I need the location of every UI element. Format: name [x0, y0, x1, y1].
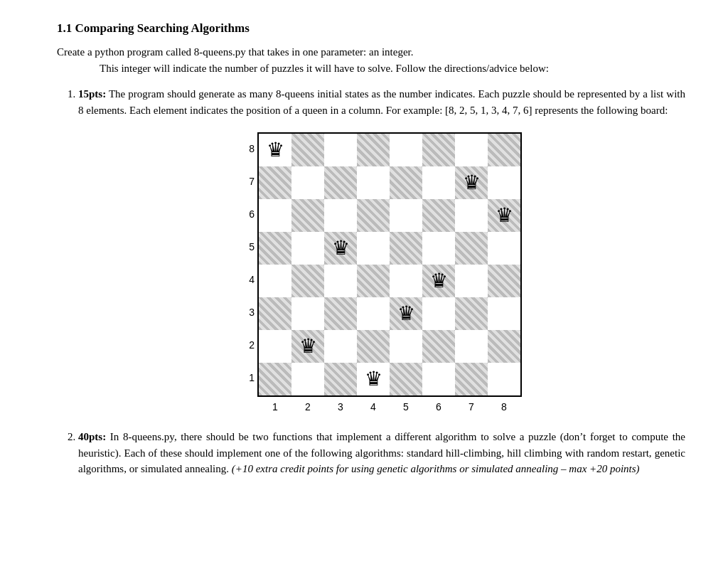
- board-cell: [455, 330, 488, 363]
- list-item-2: 40pts: In 8-queens.py, there should be t…: [78, 429, 685, 477]
- row-label: 4: [242, 263, 255, 296]
- board-with-labels: 87654321 ♛♛♛♛♛♛♛♛: [242, 132, 522, 397]
- board-cell: [455, 199, 488, 232]
- board-cell: [324, 363, 357, 395]
- intro-paragraph: Create a python program called 8-queens.…: [57, 44, 685, 76]
- board-cell: ♛: [455, 166, 488, 199]
- chess-diagram: 87654321 ♛♛♛♛♛♛♛♛ 12345678: [78, 132, 685, 415]
- chess-board: ♛♛♛♛♛♛♛♛: [257, 132, 522, 397]
- board-cell: [422, 363, 455, 395]
- board-cell: ♛: [390, 297, 422, 330]
- board-cell: [357, 265, 390, 297]
- board-cell: [259, 330, 291, 363]
- board-cell: [259, 297, 291, 330]
- queen-piece: ♛: [397, 304, 415, 324]
- board-cell: [291, 199, 324, 232]
- board-cell: ♛: [291, 330, 324, 363]
- item1-text: The program should generate as many 8-qu…: [78, 88, 685, 116]
- board-cell: [357, 134, 390, 166]
- col-label: 5: [390, 400, 422, 415]
- intro-line1: Create a python program called 8-queens.…: [57, 46, 413, 58]
- row-label: 7: [242, 165, 255, 198]
- board-cell: [390, 363, 422, 395]
- board-cell: [291, 134, 324, 166]
- board-cell: [455, 363, 488, 395]
- board-cell: [488, 265, 520, 297]
- board-cell: [455, 265, 488, 297]
- intro-line2: This integer will indicate the number of…: [57, 60, 685, 77]
- board-cell: [488, 134, 520, 166]
- board-cell: [455, 134, 488, 166]
- board-cell: [259, 232, 291, 265]
- queen-piece: ♛: [430, 271, 448, 291]
- board-cell: [488, 232, 520, 265]
- board-cell: [324, 166, 357, 199]
- queen-piece: ♛: [365, 369, 382, 389]
- board-cell: [390, 232, 422, 265]
- row-label: 5: [242, 230, 255, 263]
- board-cell: [455, 297, 488, 330]
- board-cell: [259, 166, 291, 199]
- board-cell: ♛: [357, 363, 390, 395]
- row-label: 1: [242, 361, 255, 394]
- board-cell: [259, 363, 291, 395]
- row-labels: 87654321: [242, 132, 255, 394]
- board-cell: ♛: [259, 134, 291, 166]
- board-cell: [390, 166, 422, 199]
- list-item-1: 15pts: The program should generate as ma…: [78, 86, 685, 415]
- queen-piece: ♛: [496, 206, 513, 225]
- board-cell: [324, 330, 357, 363]
- assignment-list: 15pts: The program should generate as ma…: [71, 86, 685, 477]
- board-cell: [357, 199, 390, 232]
- board-cell: [390, 330, 422, 363]
- board-cell: [324, 134, 357, 166]
- section-title: 1.1 Comparing Searching Algorithms: [57, 21, 685, 36]
- board-cell: [357, 166, 390, 199]
- row-label: 3: [242, 296, 255, 329]
- board-cell: ♛: [324, 232, 357, 265]
- board-cell: [488, 363, 520, 395]
- col-label: 1: [259, 400, 291, 415]
- col-label: 3: [324, 400, 357, 415]
- board-cell: [259, 199, 291, 232]
- board-cell: ♛: [488, 199, 520, 232]
- chess-wrapper: 87654321 ♛♛♛♛♛♛♛♛ 12345678: [242, 132, 522, 415]
- queen-piece: ♛: [267, 140, 284, 160]
- queen-piece: ♛: [299, 336, 317, 356]
- board-cell: [291, 297, 324, 330]
- board-cell: [291, 265, 324, 297]
- board-cell: [390, 265, 422, 297]
- queen-piece: ♛: [332, 238, 350, 258]
- board-cell: [357, 297, 390, 330]
- item2-label: 40pts:: [78, 431, 106, 442]
- queen-piece: ♛: [463, 173, 481, 193]
- item1-label: 15pts:: [78, 88, 106, 100]
- board-cell: [422, 199, 455, 232]
- board-cell: [291, 166, 324, 199]
- row-label: 6: [242, 198, 255, 230]
- board-cell: [324, 297, 357, 330]
- board-cell: [422, 232, 455, 265]
- board-cell: [422, 297, 455, 330]
- col-label: 4: [357, 400, 390, 415]
- col-label: 8: [488, 400, 520, 415]
- board-cell: [259, 265, 291, 297]
- board-cell: [488, 297, 520, 330]
- board-cell: [357, 330, 390, 363]
- col-label: 2: [291, 400, 324, 415]
- col-label: 6: [422, 400, 455, 415]
- row-label: 8: [242, 132, 255, 165]
- board-cell: [455, 232, 488, 265]
- board-cell: [324, 199, 357, 232]
- board-cell: [291, 363, 324, 395]
- board-cell: [488, 166, 520, 199]
- board-cell: [390, 199, 422, 232]
- item2-italic: (+10 extra credit points for using genet…: [232, 463, 640, 474]
- board-cell: [324, 265, 357, 297]
- board-cell: [291, 232, 324, 265]
- board-cell: [488, 330, 520, 363]
- board-cell: [357, 232, 390, 265]
- col-labels: 12345678: [259, 400, 520, 415]
- board-cell: [422, 134, 455, 166]
- board-cell: ♛: [422, 265, 455, 297]
